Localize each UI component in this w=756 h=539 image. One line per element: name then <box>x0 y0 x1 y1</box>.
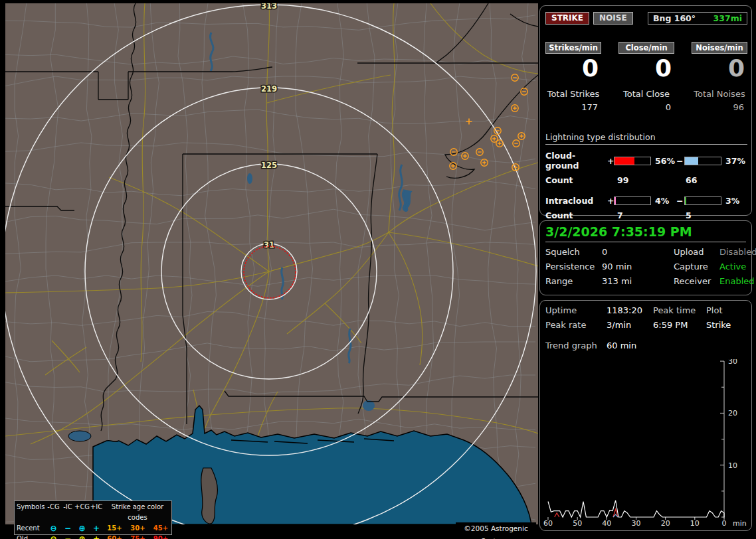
trend-graph-label: Trend graph <box>545 341 607 350</box>
circle-minus-icon: ⊖ <box>46 523 61 534</box>
plot-label: Plot <box>706 305 746 315</box>
trend-window-value: 60 min <box>607 341 653 350</box>
receiver-status: Enabled <box>719 276 755 286</box>
squelch-value: 0 <box>602 247 674 257</box>
legend-old-row: Old ⊖ − ⊕ + 60+ 75+ 90+ <box>17 534 169 539</box>
peak-time-value: 6:59 PM <box>653 320 706 330</box>
lightning-type-distribution: Lightning type distribution Cloud-ground… <box>545 132 747 220</box>
plus-icon: + <box>90 534 103 539</box>
upload-status: Disabled <box>719 247 756 257</box>
range-value: 313 mi <box>602 276 674 286</box>
ic-count-row: Count 7 5 <box>545 210 747 220</box>
plus-sign: + <box>607 196 614 206</box>
total-noises-value: 96 <box>692 102 747 112</box>
cg-negative-pct: 37% <box>721 156 747 166</box>
peak-rate-label: Peak rate <box>545 320 607 330</box>
age-75: 75+ <box>126 534 149 539</box>
minus-sign: − <box>676 196 684 206</box>
circle-plus-icon: ⊕ <box>74 534 90 539</box>
close-per-min-button[interactable]: Close/min <box>618 42 674 54</box>
persistence-value: 90 min <box>602 262 674 271</box>
range-ring-label: 313 <box>261 3 277 11</box>
x-axis-unit: min <box>733 519 747 526</box>
bearing-distance: 337mi <box>713 13 742 23</box>
cg-count-row: Count 99 66 <box>545 175 747 185</box>
ic-positive-count: 7 <box>614 210 651 220</box>
x-tick-label: 40 <box>602 519 611 526</box>
minus-icon: − <box>61 534 74 539</box>
noises-column: Noises/min 0 Total Noises 96 <box>692 42 747 112</box>
x-tick-label: 60 <box>543 519 553 526</box>
intracloud-label: Intracloud <box>545 196 607 206</box>
datetime-display: 3/2/2026 7:35:19 PM <box>545 224 746 242</box>
map-legend: Symbols -CG -IC +CG +IC Strike age color… <box>14 501 172 535</box>
range-label: Range <box>545 276 602 286</box>
circle-plus-icon: ⊕ <box>74 523 90 534</box>
legend-col-pos-cg: +CG <box>74 502 90 523</box>
strikes-rate-value: 0 <box>545 54 601 82</box>
noises-rate-value: 0 <box>692 54 747 82</box>
strikes-column: Strikes/min 0 Total Strikes 177 <box>545 42 601 112</box>
total-close-value: 0 <box>618 102 674 112</box>
minus-icon: − <box>61 523 74 534</box>
noise-mode-button[interactable]: NOISE <box>593 12 633 25</box>
legend-age-title: Strike age color codes <box>103 502 172 523</box>
trend-header-row: Trend graph 60 min <box>545 341 746 350</box>
legend-symbols-title: Symbols <box>17 502 46 523</box>
lake <box>68 431 91 441</box>
trend-strikes-line <box>548 501 724 517</box>
lightning-map[interactable]: 31321912531 <box>5 3 538 524</box>
uptime-value: 1183:20 <box>607 305 653 315</box>
upload-label: Upload <box>674 247 719 257</box>
ic-negative-bar <box>684 196 721 205</box>
close-rate-value: 0 <box>618 54 674 82</box>
x-tick-label: 50 <box>573 519 582 526</box>
plus-icon: + <box>90 523 103 534</box>
strike-mode-button[interactable]: STRIKE <box>545 12 589 25</box>
total-strikes-label: Total Strikes <box>545 89 601 99</box>
distribution-title: Lightning type distribution <box>545 132 747 145</box>
cg-negative-bar <box>684 157 721 165</box>
strike-counter-panel: STRIKE NOISE Bng 160° 337mi Strikes/min … <box>539 5 752 216</box>
y-tick-label: 30 <box>728 359 737 366</box>
peak-time-label: Peak time <box>653 305 706 315</box>
cloud-ground-row: Cloud-ground + 56% − 37% <box>545 151 747 171</box>
minus-sign: − <box>676 156 684 166</box>
x-tick-label: 30 <box>631 519 640 526</box>
receiver-label: Receiver <box>674 276 719 286</box>
status-row: Squelch 0 Upload Disabled <box>545 247 746 257</box>
count-label: Count <box>545 175 607 185</box>
count-label: Count <box>545 210 607 220</box>
ic-negative-pct: 3% <box>721 196 747 206</box>
uptime-label: Uptime <box>545 305 607 315</box>
total-noises-label: Total Noises <box>692 89 747 99</box>
intracloud-row: Intracloud + 4% − 3% <box>545 196 747 206</box>
persistence-label: Persistence <box>545 262 602 271</box>
age-15: 15+ <box>103 523 126 534</box>
y-tick-label: 10 <box>728 461 737 470</box>
y-tick-label: 20 <box>728 409 737 418</box>
ic-positive-pct: 4% <box>651 196 676 206</box>
stats-row: Peak rate 3/min 6:59 PM Strike <box>545 320 746 330</box>
strikes-per-min-button[interactable]: Strikes/min <box>545 42 601 54</box>
x-tick-label: 20 <box>661 519 670 526</box>
plus-sign: + <box>607 156 614 166</box>
capture-status: Active <box>719 262 746 271</box>
cg-positive-count: 99 <box>614 175 651 185</box>
total-close-label: Total Close <box>618 89 674 99</box>
legend-recent-label: Recent <box>17 523 46 534</box>
cg-positive-pct: 56% <box>651 156 676 166</box>
age-60: 60+ <box>103 534 126 539</box>
map-canvas[interactable]: 31321912531 <box>5 3 538 524</box>
status-row: Range 313 mi Receiver Enabled <box>545 276 746 286</box>
river-delta <box>201 468 217 524</box>
plot-value: Strike <box>706 320 746 330</box>
squelch-label: Squelch <box>545 247 602 257</box>
copyright-label: ©2005 Astrogenic Systems <box>456 522 536 535</box>
noises-per-min-button[interactable]: Noises/min <box>692 42 747 54</box>
age-90: 90+ <box>149 534 172 539</box>
age-30: 30+ <box>126 523 149 534</box>
mode-toolbar: STRIKE NOISE Bng 160° 337mi <box>545 11 747 25</box>
legend-recent-row: Recent ⊖ − ⊕ + 15+ 30+ 45+ <box>17 523 169 534</box>
trend-panel: Uptime 1183:20 Peak time Plot Peak rate … <box>539 300 752 531</box>
